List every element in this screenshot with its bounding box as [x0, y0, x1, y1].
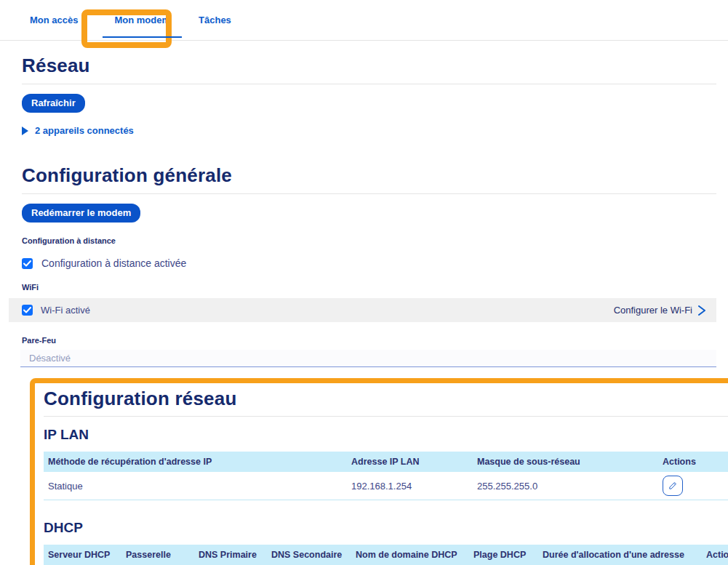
ip-lan-actions-cell [658, 472, 728, 500]
subsection-title-dhcp: DHCP [44, 520, 728, 536]
wifi-toggle-group: Wi-Fi activé [22, 305, 90, 316]
column-header: Masque de sous-réseau [473, 452, 658, 472]
firewall-label: Pare-Feu [22, 336, 728, 345]
divider [22, 193, 716, 194]
connected-devices-expander[interactable]: 2 appareils connectés [22, 125, 134, 136]
column-header: Actions [658, 452, 728, 472]
divider [44, 416, 728, 417]
remote-config-label: Configuration à distance [22, 236, 728, 245]
subnet-mask-cell: 255.255.255.0 [473, 472, 658, 500]
remote-config-checkbox[interactable] [22, 258, 33, 269]
pencil-icon [668, 481, 678, 491]
ip-method-cell: Statique [44, 472, 347, 500]
section-title-configuration-generale: Configuration générale [22, 164, 728, 187]
annotation-highlight-configuration-reseau: Configuration réseau IP LAN Méthode de r… [30, 378, 728, 565]
remote-config-checkbox-label: Configuration à distance activée [41, 257, 186, 269]
connected-devices-label: 2 appareils connectés [35, 125, 134, 136]
wifi-checkbox-label: Wi-Fi activé [41, 305, 90, 316]
wifi-checkbox[interactable] [22, 305, 33, 316]
tab-mon-acces[interactable]: Mon accès [30, 15, 78, 25]
dhcp-table: Serveur DHCP Passerelle DNS Primaire DNS… [44, 545, 728, 565]
ip-lan-header-row: Méthode de récupération d'adresse IP Adr… [44, 452, 728, 472]
column-header: Adresse IP LAN [347, 452, 473, 472]
wifi-label: WiFi [22, 283, 728, 292]
column-header: Méthode de récupération d'adresse IP [44, 452, 347, 472]
firewall-value-field: Désactivé [20, 350, 716, 367]
tab-mon-modem[interactable]: Mon modem [114, 15, 170, 25]
column-header: Nom de domaine DHCP [351, 545, 469, 565]
edit-ip-lan-button[interactable] [663, 476, 683, 496]
ip-lan-address-cell: 192.168.1.254 [347, 472, 473, 500]
tab-bar: Mon accès Mon modem Tâches [0, 0, 728, 41]
remote-config-row: Configuration à distance activée [22, 257, 728, 269]
ip-lan-table: Méthode de récupération d'adresse IP Adr… [44, 452, 728, 500]
section-title-reseau: Réseau [22, 55, 728, 77]
checkmark-icon [23, 260, 31, 267]
column-header: Passerelle [121, 545, 194, 565]
divider [22, 84, 716, 84]
chevron-right-icon [697, 305, 706, 316]
section-title-configuration-reseau: Configuration réseau [44, 388, 728, 410]
ip-lan-row: Statique 192.168.1.254 255.255.255.0 [44, 472, 728, 500]
column-header: DNS Secondaire [267, 545, 351, 565]
subsection-title-ip-lan: IP LAN [44, 427, 728, 443]
column-header: Serveur DHCP [44, 545, 121, 565]
column-header: DNS Primaire [194, 545, 267, 565]
column-header: Actions [702, 545, 728, 565]
column-header: Durée d'allocation d'une adresse [538, 545, 702, 565]
dhcp-header-row: Serveur DHCP Passerelle DNS Primaire DNS… [44, 545, 728, 565]
configure-wifi-label: Configurer le Wi-Fi [614, 305, 692, 316]
expander-arrow-icon [22, 127, 28, 135]
restart-modem-button[interactable]: Redémarrer le modem [22, 204, 140, 223]
refresh-button[interactable]: Rafraîchir [22, 94, 85, 113]
configure-wifi-link[interactable]: Configurer le Wi-Fi [614, 305, 706, 316]
column-header: Plage DHCP [469, 545, 538, 565]
checkmark-icon [23, 307, 31, 313]
tab-taches[interactable]: Tâches [199, 15, 231, 25]
wifi-row: Wi-Fi activé Configurer le Wi-Fi [9, 298, 716, 322]
